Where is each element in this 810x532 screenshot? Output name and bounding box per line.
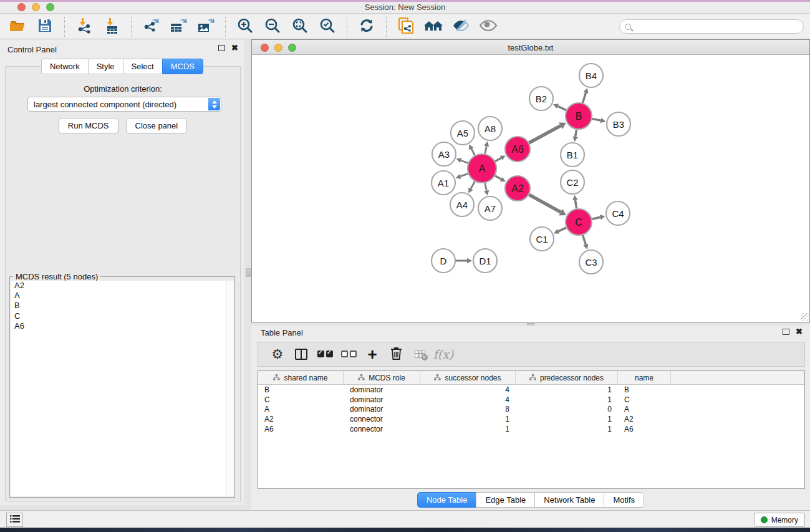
edge-B-B2[interactable] [557,106,566,110]
float-table-panel-icon[interactable] [783,329,789,335]
cell-successor-nodes[interactable]: 1 [420,425,516,433]
cell-successor-nodes[interactable]: 4 [420,395,516,404]
table-row[interactable]: Cdominator41C [258,395,804,405]
float-panel-icon[interactable] [218,45,225,51]
home-button[interactable] [420,16,447,38]
close-panel-button[interactable]: Close panel [126,118,188,133]
create-column-button[interactable]: + [360,344,384,365]
edge-A-A2[interactable] [495,176,501,180]
cell-predecessor-nodes[interactable]: 1 [516,415,618,423]
unselect-all-columns-button[interactable] [337,344,360,365]
column-header-name[interactable]: name [618,371,671,384]
show-graphics-details-button[interactable] [475,16,502,38]
edge-B-B4[interactable] [582,93,586,103]
tab-node-table[interactable]: Node Table [417,492,476,508]
edge-A-A8[interactable] [485,146,486,153]
edge-C-C4[interactable] [592,217,600,219]
result-item[interactable]: A6 [11,321,226,331]
zoom-out-button[interactable] [259,16,286,38]
table-settings-button[interactable]: ⚙ [266,344,289,365]
task-history-button[interactable] [6,513,23,527]
edge-B-B3[interactable] [592,118,601,120]
cell-name[interactable]: A2 [618,415,671,423]
edge-A2-C[interactable] [529,195,561,212]
hide-graphics-details-button[interactable] [447,16,475,38]
column-header-successor-nodes[interactable]: successor nodes [420,371,516,384]
import-table-button[interactable] [98,16,125,38]
zoom-in-button[interactable] [231,16,259,38]
export-table-button[interactable] [165,16,192,38]
table-row[interactable]: Bdominator41B [258,385,804,395]
vertical-splitter-handle[interactable] [246,268,251,277]
cell-shared-name[interactable]: A6 [258,425,344,433]
edge-A6-B[interactable] [529,126,561,143]
criterion-dropdown[interactable]: largest connected component (directed) [27,97,221,112]
tab-select[interactable]: Select [123,59,162,74]
tab-edge-table[interactable]: Edge Table [476,492,534,508]
edge-A-A4[interactable] [471,181,475,189]
table-row[interactable]: A2connector11A2 [258,414,804,424]
tab-style[interactable]: Style [88,59,123,74]
result-item[interactable]: B [11,301,226,311]
cell-successor-nodes[interactable]: 1 [420,415,516,423]
export-image-button[interactable] [192,16,219,38]
edge-C-C3[interactable] [583,235,586,244]
delete-column-button[interactable] [384,344,408,365]
column-header-predecessor-nodes[interactable]: predecessor nodes [516,371,618,384]
cell-name[interactable]: B [618,385,671,394]
result-item[interactable]: A2 [11,281,226,291]
table-row[interactable]: Adominator80A [258,404,804,414]
save-session-button[interactable] [31,16,59,38]
new-session-from-network-button[interactable] [392,16,420,38]
result-item[interactable]: A [11,291,226,301]
network-canvas[interactable]: B4B2BB3A8A5A6A3B1AA1C2A2A4A7C4CC1C3DD1 [252,56,809,322]
show-columns-button[interactable] [289,344,313,365]
edge-C-C2[interactable] [575,200,576,209]
edge-C-C1[interactable] [558,228,566,231]
edge-A-A5[interactable] [471,148,475,155]
tab-network-table[interactable]: Network Table [534,492,604,508]
cell-shared-name[interactable]: A [258,405,344,414]
edge-A-A7[interactable] [485,183,486,191]
window-resize-grip[interactable] [801,313,809,321]
memory-button[interactable]: Memory [754,513,805,527]
tab-network[interactable]: Network [41,59,88,74]
edge-A-A1[interactable] [460,173,468,177]
import-network-button[interactable] [70,16,98,38]
cell-MCDS-role[interactable]: connector [344,415,420,423]
cell-successor-nodes[interactable]: 8 [420,405,516,414]
result-item[interactable]: C [11,311,226,321]
search-input[interactable] [634,22,803,31]
cell-successor-nodes[interactable]: 4 [420,385,516,394]
column-header-shared-name[interactable]: shared name [258,371,344,384]
open-session-button[interactable] [4,16,31,38]
close-panel-icon[interactable]: ✖ [231,45,238,51]
export-network-button[interactable] [137,16,165,38]
cell-MCDS-role[interactable]: dominator [344,405,420,414]
cell-predecessor-nodes[interactable]: 0 [516,405,618,414]
cell-shared-name[interactable]: B [258,385,344,394]
result-list-scrollbar[interactable] [226,281,234,496]
network-window-titlebar[interactable]: testGlobe.txt [252,40,809,55]
cell-MCDS-role[interactable]: connector [344,425,420,433]
edge-B-B1[interactable] [576,130,577,137]
column-header-MCDS-role[interactable]: MCDS role [344,371,420,384]
select-all-columns-button[interactable] [313,344,337,365]
cell-MCDS-role[interactable]: dominator [344,395,420,404]
zoom-selected-button[interactable] [314,16,341,38]
cell-shared-name[interactable]: C [258,395,344,404]
close-table-panel-icon[interactable]: ✖ [796,329,803,335]
zoom-fit-button[interactable] [286,16,314,38]
run-mcds-button[interactable]: Run MCDS [59,118,118,133]
edge-A-A3[interactable] [461,160,468,163]
cell-name[interactable]: A6 [618,425,671,433]
cell-MCDS-role[interactable]: dominator [344,385,420,394]
tab-motifs[interactable]: Motifs [604,492,644,508]
cell-shared-name[interactable]: A2 [258,415,344,423]
edge-A-A6[interactable] [495,158,501,161]
function-builder-button[interactable]: f(x) [432,344,455,365]
cell-predecessor-nodes[interactable]: 1 [516,385,618,394]
apply-layout-button[interactable] [353,16,380,38]
tab-mcds[interactable]: MCDS [162,59,203,74]
table-row[interactable]: A6connector11A6 [258,424,804,434]
